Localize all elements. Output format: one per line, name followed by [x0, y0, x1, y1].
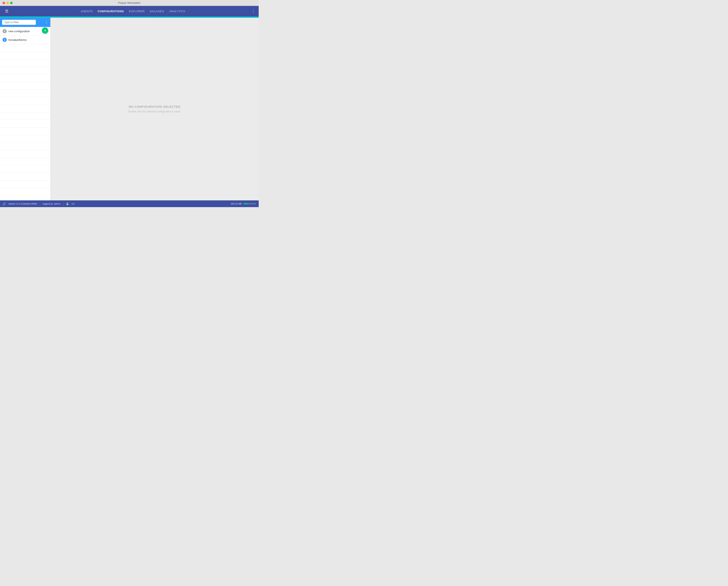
- add-configuration-button[interactable]: +: [42, 27, 48, 34]
- empty-row: [0, 75, 50, 82]
- sidebar: ⋮ + 0 new configuration 2 KonakartDemo: [0, 18, 51, 201]
- maximize-button[interactable]: [10, 2, 12, 4]
- empty-row: [0, 90, 50, 97]
- memory-info: 206.62 MB: [231, 203, 242, 205]
- empty-row: [0, 44, 50, 52]
- empty-row: [0, 143, 50, 150]
- sidebar-list: 0 new configuration 2 KonakartDemo: [0, 27, 50, 201]
- filter-input[interactable]: [2, 20, 36, 25]
- minimize-button[interactable]: [6, 2, 9, 4]
- empty-row: [0, 105, 50, 112]
- empty-row: [0, 150, 50, 158]
- empty-row: [0, 67, 50, 75]
- item-badge: 0: [2, 29, 7, 33]
- main-content: NO CONFIGURATION SELECTED Double click t…: [51, 18, 259, 201]
- link-icon: 🔗: [2, 202, 6, 206]
- item-label: new configuration: [8, 30, 30, 33]
- window-title: Flopsar Workstation: [118, 1, 141, 4]
- nav-galaxies[interactable]: GALAXIES: [150, 10, 164, 13]
- empty-row: [0, 59, 50, 67]
- status-left: 🔗 debian v2.3.0 [debian:9000] | logged a…: [2, 202, 75, 206]
- nav-links: AGENTS CONFIGURATIONS EXPLORER GALAXIES …: [14, 10, 252, 13]
- item-badge: 2: [2, 38, 7, 42]
- user-info: logged as: admin: [43, 203, 60, 205]
- empty-row: [0, 188, 50, 196]
- nav-agents[interactable]: AGENTS: [81, 10, 93, 13]
- sidebar-header: ⋮: [0, 18, 50, 27]
- empty-row: [0, 181, 50, 188]
- memory-bar-container: [244, 203, 256, 204]
- empty-row: [0, 52, 50, 59]
- memory-bar-fill: [244, 203, 248, 204]
- empty-row: [0, 158, 50, 165]
- nav-more-button[interactable]: ⋮: [252, 9, 255, 14]
- empty-row: [0, 128, 50, 135]
- db-icon: 💾: [66, 203, 69, 205]
- status-separator: |: [63, 203, 64, 205]
- empty-row: [0, 112, 50, 120]
- status-bar: 🔗 debian v2.3.0 [debian:9000] | logged a…: [0, 201, 259, 207]
- empty-row: [0, 165, 50, 173]
- empty-row: [0, 97, 50, 105]
- main-layout: ⋮ + 0 new configuration 2 KonakartDemo: [0, 18, 259, 201]
- nav-configurations[interactable]: CONFIGURATIONS: [98, 10, 124, 13]
- nav-explorer[interactable]: EXPLORER: [129, 10, 145, 13]
- list-item[interactable]: 2 KonakartDemo: [0, 35, 50, 44]
- status-separator: |: [40, 203, 40, 205]
- close-button[interactable]: [2, 2, 5, 4]
- nav-bar: ☰ AGENTS CONFIGURATIONS EXPLORER GALAXIE…: [0, 6, 259, 17]
- empty-row: [0, 82, 50, 90]
- hamburger-menu-button[interactable]: ☰: [3, 8, 10, 14]
- empty-row: [0, 135, 50, 143]
- sidebar-options-button[interactable]: ⋮: [45, 20, 48, 24]
- empty-row: [0, 173, 50, 181]
- empty-row: [0, 120, 50, 128]
- item-label: KonakartDemo: [8, 38, 27, 42]
- pagination-info: 1/1: [71, 203, 75, 205]
- nav-analytics[interactable]: ANALYTICS: [169, 10, 185, 13]
- title-bar: Flopsar Workstation: [0, 0, 259, 6]
- connection-info: debian v2.3.0 [debian:9000]: [8, 203, 37, 205]
- traffic-lights: [2, 2, 12, 4]
- no-config-subtitle: Double click the selected configuration …: [128, 110, 181, 113]
- status-right: 206.62 MB: [231, 203, 256, 205]
- no-config-title: NO CONFIGURATION SELECTED: [129, 105, 180, 108]
